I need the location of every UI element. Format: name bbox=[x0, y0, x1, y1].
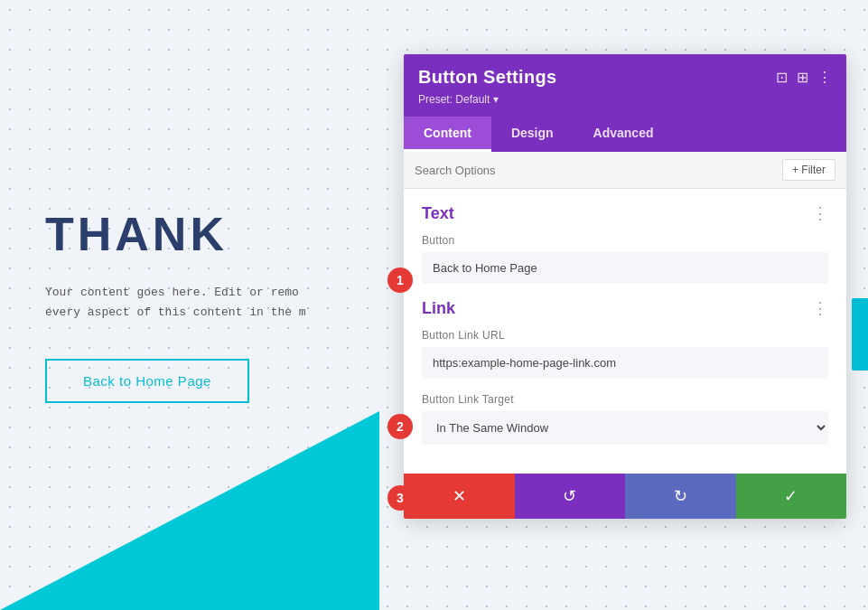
text-section-header: Text ⋮ bbox=[422, 203, 828, 223]
panel-body: Text ⋮ Button Link ⋮ Button Link URL But… bbox=[404, 189, 846, 474]
button-settings-panel: Button Settings ⊡ ⊞ ⋮ Preset: Default ▾ … bbox=[404, 54, 846, 519]
button-text-label: Button bbox=[422, 234, 828, 247]
search-bar: + Filter bbox=[404, 152, 846, 189]
tab-content[interactable]: Content bbox=[404, 117, 491, 152]
search-input[interactable] bbox=[415, 164, 782, 177]
redo-button[interactable]: ↻ bbox=[625, 474, 736, 519]
url-field-group: Button Link URL bbox=[422, 329, 828, 379]
target-select[interactable]: In The Same Window In A New Tab bbox=[422, 411, 828, 445]
right-accent-bar bbox=[852, 298, 868, 371]
panel-header-top: Button Settings ⊡ ⊞ ⋮ bbox=[418, 67, 832, 88]
url-label: Button Link URL bbox=[422, 329, 828, 342]
back-to-home-button[interactable]: Back to Home Page bbox=[45, 359, 249, 403]
panel-preset[interactable]: Preset: Default ▾ bbox=[418, 93, 832, 106]
text-section-menu-icon[interactable]: ⋮ bbox=[812, 203, 828, 223]
body-text: Your content goes here. Edit or remo eve… bbox=[45, 283, 306, 323]
page-content-area: THANK Your content goes here. Edit or re… bbox=[0, 0, 406, 610]
filter-button[interactable]: + Filter bbox=[782, 159, 835, 181]
panel-title: Button Settings bbox=[418, 67, 556, 88]
step-badge-2: 2 bbox=[387, 414, 413, 439]
panel-tabs: Content Design Advanced bbox=[404, 117, 846, 152]
columns-icon[interactable]: ⊞ bbox=[797, 69, 808, 86]
link-section: Link ⋮ Button Link URL Button Link Targe… bbox=[422, 298, 828, 445]
button-text-field-group: Button bbox=[422, 234, 828, 284]
undo-button[interactable]: ↺ bbox=[515, 474, 626, 519]
tab-design[interactable]: Design bbox=[491, 117, 574, 152]
button-text-input[interactable] bbox=[422, 252, 828, 284]
more-options-icon[interactable]: ⋮ bbox=[817, 69, 832, 86]
link-section-menu-icon[interactable]: ⋮ bbox=[812, 298, 828, 318]
step-badge-1: 1 bbox=[387, 267, 413, 293]
tab-advanced[interactable]: Advanced bbox=[574, 117, 674, 152]
link-section-title: Link bbox=[422, 299, 455, 318]
body-line-1: Your content goes here. Edit or remo bbox=[45, 286, 299, 299]
url-input[interactable] bbox=[422, 347, 828, 379]
link-section-header: Link ⋮ bbox=[422, 298, 828, 318]
expand-icon[interactable]: ⊡ bbox=[776, 69, 788, 86]
target-label: Button Link Target bbox=[422, 393, 828, 406]
thank-you-heading: THANK bbox=[45, 207, 228, 261]
target-field-group: Button Link Target In The Same Window In… bbox=[422, 393, 828, 445]
step-badge-3: 3 bbox=[387, 485, 413, 511]
text-section-title: Text bbox=[422, 204, 454, 223]
panel-header-icons: ⊡ ⊞ ⋮ bbox=[776, 69, 832, 86]
close-button[interactable]: ✕ bbox=[404, 474, 515, 519]
panel-header: Button Settings ⊡ ⊞ ⋮ Preset: Default ▾ bbox=[404, 54, 846, 117]
body-line-2: every aspect of this content in the m bbox=[45, 305, 306, 319]
save-button[interactable]: ✓ bbox=[736, 474, 847, 519]
panel-toolbar: ✕ ↺ ↻ ✓ bbox=[404, 474, 846, 519]
